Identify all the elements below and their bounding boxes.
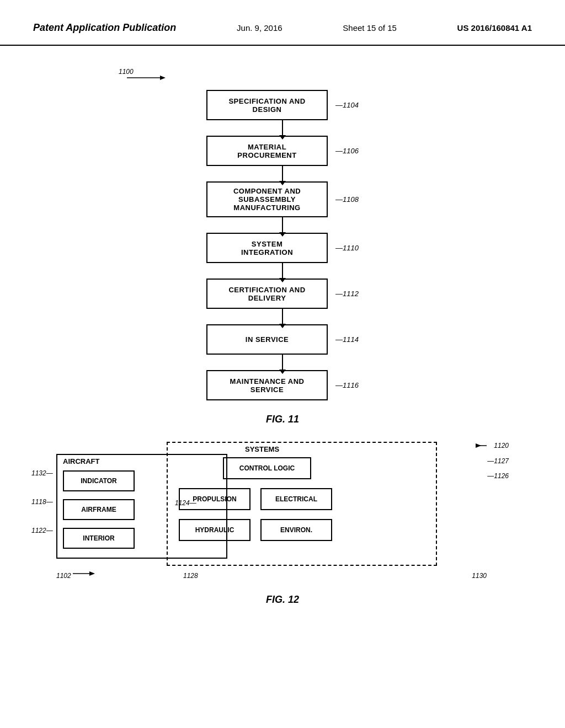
ref-1104: —1104 xyxy=(335,101,359,109)
arrow-2 xyxy=(282,166,283,181)
aircraft-outer-box: AIRCRAFT INDICATOR AIRFRAME INTERIOR xyxy=(56,454,227,559)
svg-marker-3 xyxy=(476,443,481,448)
fig11-container: 1100 SPECIFICATION ANDDESIGN —1104 xyxy=(33,68,532,425)
ref-1114: —1114 xyxy=(335,335,359,344)
header-patent: US 2016/160841 A1 xyxy=(457,23,532,33)
box-electrical: ELECTRICAL xyxy=(260,488,332,510)
arrow-1 xyxy=(282,120,283,136)
ref-1120-arrow xyxy=(476,442,492,449)
flow-box-maintenance: MAINTENANCE ANDSERVICE xyxy=(206,370,328,400)
fig11-ref-area: 1100 xyxy=(33,68,532,84)
arrow-4 xyxy=(282,263,283,279)
flow-item-1112: CERTIFICATION ANDDELIVERY —1112 xyxy=(206,279,359,309)
flow-item-1114: IN SERVICE —1114 xyxy=(206,324,359,355)
ref-1108: —1108 xyxy=(335,195,359,204)
box-indicator: INDICATOR xyxy=(63,470,135,491)
ref-1102: 1102 xyxy=(56,572,71,580)
flow-item-1108: COMPONENT ANDSUBASSEMBLYMANUFACTURING —1… xyxy=(206,181,359,217)
flow-box-inservice: IN SERVICE xyxy=(206,324,328,355)
content: 1100 SPECIFICATION ANDDESIGN —1104 xyxy=(0,46,565,628)
fig12-section: SYSTEMS CONTROL LOGIC PROPULSION ELECTRI… xyxy=(33,442,532,606)
header-sheet: Sheet 15 of 15 xyxy=(343,23,397,33)
ref-1106: —1106 xyxy=(335,147,359,155)
ref-1110: —1110 xyxy=(335,244,359,252)
ref-1112: —1112 xyxy=(335,290,359,298)
ref-1126: —1126 xyxy=(487,472,509,480)
box-interior: INTERIOR xyxy=(63,528,135,549)
flow-box-material: MATERIALPROCUREMENT xyxy=(206,136,328,166)
arrow-6 xyxy=(282,355,283,370)
svg-marker-5 xyxy=(89,571,95,576)
aircraft-label: AIRCRAFT xyxy=(63,457,99,465)
ref-1130: 1130 xyxy=(472,572,487,580)
box-control-logic: CONTROL LOGIC xyxy=(223,457,311,479)
ref-1118: 1118— xyxy=(31,498,53,506)
arrow-5 xyxy=(282,309,283,324)
svg-marker-1 xyxy=(160,76,166,80)
flowchart: SPECIFICATION ANDDESIGN —1104 MATERIALPR… xyxy=(206,90,359,400)
header-date: Jun. 9, 2016 xyxy=(237,23,282,33)
fig11-section: 1100 SPECIFICATION ANDDESIGN —1104 xyxy=(33,68,532,425)
flow-box-spec-design: SPECIFICATION ANDDESIGN xyxy=(206,90,328,120)
ref-1116: —1116 xyxy=(335,381,359,389)
box-airframe: AIRFRAME xyxy=(63,499,135,520)
ref-1122: 1122— xyxy=(31,527,53,534)
flow-box-cert: CERTIFICATION ANDDELIVERY xyxy=(206,279,328,309)
ref-1100-arrow xyxy=(127,72,171,83)
fig12-caption: FIG. 12 xyxy=(33,594,532,606)
ref-1102-arrow xyxy=(73,570,95,577)
flow-box-system: SYSTEMINTEGRATION xyxy=(206,233,328,263)
ref-1124: 1124— xyxy=(175,499,196,507)
ref-1120: 1120 xyxy=(494,442,509,449)
systems-label: SYSTEMS xyxy=(245,445,279,453)
ref-1128: 1128 xyxy=(183,572,198,580)
flow-box-component: COMPONENT ANDSUBASSEMBLYMANUFACTURING xyxy=(206,181,328,217)
arrow-3 xyxy=(282,217,283,233)
flow-item-1104: SPECIFICATION ANDDESIGN —1104 xyxy=(206,90,359,120)
fig12-diagram: SYSTEMS CONTROL LOGIC PROPULSION ELECTRI… xyxy=(56,442,509,585)
flow-item-1116: MAINTENANCE ANDSERVICE —1116 xyxy=(206,370,359,400)
ref-1127: —1127 xyxy=(487,457,509,465)
page: Patent Application Publication Jun. 9, 2… xyxy=(0,0,565,728)
box-environ: ENVIRON. xyxy=(260,519,332,541)
header-title: Patent Application Publication xyxy=(33,22,176,34)
flow-item-1110: SYSTEMINTEGRATION —1110 xyxy=(206,233,359,263)
header: Patent Application Publication Jun. 9, 2… xyxy=(0,0,565,46)
flow-item-1106: MATERIALPROCUREMENT —1106 xyxy=(206,136,359,166)
fig11-caption: FIG. 11 xyxy=(266,414,299,425)
ref-1132: 1132— xyxy=(31,469,53,477)
